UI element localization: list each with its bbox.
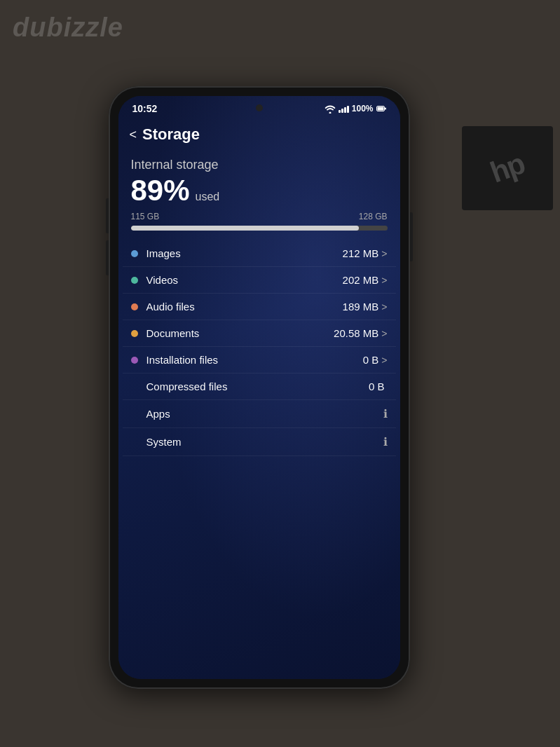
- nav-title: Storage: [142, 125, 200, 144]
- list-item: Appsℹ: [123, 400, 396, 428]
- phone-screen: 10:52: [118, 96, 400, 679]
- list-item[interactable]: Installation files0 B>: [123, 347, 396, 374]
- category-size: 20.58 MB: [334, 327, 378, 339]
- battery-icon: [376, 106, 386, 111]
- category-name: Images: [146, 247, 343, 259]
- category-size: 0 B: [363, 354, 379, 366]
- progress-labels: 115 GB 128 GB: [131, 212, 388, 221]
- status-time: 10:52: [132, 103, 158, 114]
- storage-total-gb: 128 GB: [359, 212, 388, 221]
- category-name: Installation files: [146, 354, 363, 366]
- category-size: 202 MB: [343, 274, 379, 286]
- list-item[interactable]: Images212 MB>: [123, 240, 396, 267]
- category-size: 189 MB: [343, 301, 379, 313]
- category-size: 0 B: [369, 381, 385, 392]
- wifi-icon: [325, 104, 336, 114]
- signal-icon: [339, 104, 349, 113]
- nav-header: < Storage: [118, 118, 400, 149]
- screen-content: 10:52: [118, 96, 400, 679]
- camera-notch: [256, 104, 263, 111]
- category-name: Compressed files: [146, 381, 369, 392]
- storage-percent-row: 89% used: [131, 174, 388, 207]
- status-right: 100%: [325, 104, 386, 114]
- svg-rect-2: [385, 108, 386, 110]
- storage-used-label: used: [196, 191, 220, 203]
- category-color-dot: [131, 439, 138, 446]
- category-color-dot: [131, 383, 138, 390]
- storage-percent: 89%: [131, 174, 190, 207]
- chevron-right-icon[interactable]: >: [381, 328, 387, 339]
- volume-up-button[interactable]: [106, 198, 109, 233]
- list-item[interactable]: Documents20.58 MB>: [123, 320, 396, 347]
- hp-box: hp: [462, 126, 553, 210]
- back-button[interactable]: <: [130, 128, 137, 142]
- info-icon[interactable]: ℹ: [383, 407, 388, 420]
- category-list: Images212 MB>Videos202 MB>Audio files189…: [118, 240, 400, 456]
- storage-section-label: Internal storage: [131, 158, 388, 172]
- list-item[interactable]: Audio files189 MB>: [123, 294, 396, 320]
- chevron-right-icon[interactable]: >: [381, 275, 387, 286]
- progress-bar-fill: [131, 226, 360, 231]
- category-name: Audio files: [146, 301, 343, 313]
- category-color-dot: [131, 330, 138, 337]
- list-item[interactable]: Videos202 MB>: [123, 267, 396, 294]
- battery-percent: 100%: [352, 104, 374, 114]
- watermark: dubizzle: [13, 13, 123, 43]
- category-color-dot: [131, 250, 138, 257]
- chevron-right-icon[interactable]: >: [381, 355, 387, 366]
- storage-used-gb: 115 GB: [131, 212, 160, 221]
- phone: 10:52: [109, 86, 410, 689]
- power-button[interactable]: [410, 212, 413, 261]
- category-color-dot: [131, 277, 138, 284]
- volume-down-button[interactable]: [106, 240, 109, 275]
- storage-section: Internal storage 89% used 115 GB 128 GB: [118, 149, 400, 231]
- category-name: Documents: [146, 327, 334, 339]
- svg-rect-1: [377, 107, 383, 111]
- list-item: Systemℹ: [123, 428, 396, 456]
- category-name: Apps: [146, 408, 383, 420]
- category-name: System: [146, 436, 383, 448]
- category-color-dot: [131, 357, 138, 364]
- category-color-dot: [131, 411, 138, 418]
- phone-body: 10:52: [109, 86, 410, 689]
- progress-bar-background: [131, 226, 388, 231]
- chevron-right-icon[interactable]: >: [381, 248, 387, 259]
- category-size: 212 MB: [343, 247, 379, 259]
- chevron-right-icon[interactable]: >: [381, 301, 387, 313]
- watermark-text: dubizzle: [13, 13, 123, 42]
- hp-label: hp: [486, 146, 529, 189]
- category-name: Videos: [146, 274, 343, 286]
- category-color-dot: [131, 303, 138, 310]
- list-item: Compressed files0 B: [123, 374, 396, 400]
- info-icon[interactable]: ℹ: [383, 435, 388, 448]
